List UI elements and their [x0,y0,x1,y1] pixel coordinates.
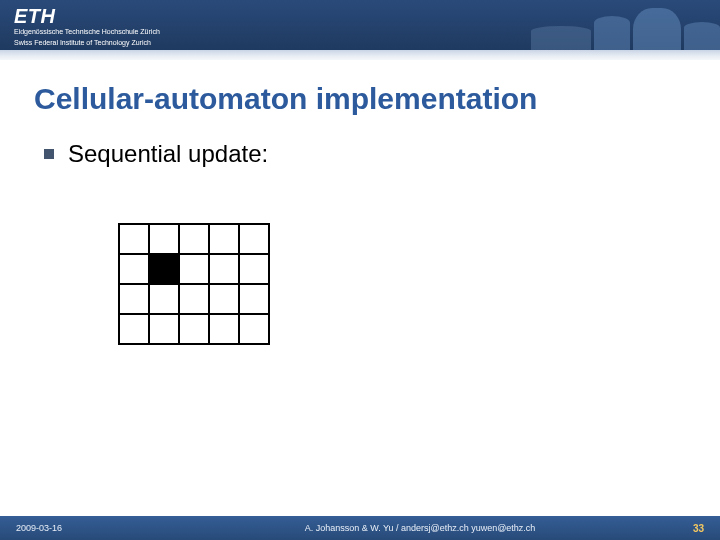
ca-cell [119,254,149,284]
ca-cell [179,284,209,314]
bullet-square-icon [44,149,54,159]
banner-strip [0,50,720,60]
ca-cell [149,224,179,254]
ca-cell [209,224,239,254]
eth-logo-text: ETH [14,6,160,26]
slide-content: Sequential update: [0,116,720,345]
ca-cell [209,314,239,344]
ca-cell [149,254,179,284]
ca-cell [239,314,269,344]
eth-subline-2: Swiss Federal Institute of Technology Zu… [14,39,160,48]
ca-cell [179,224,209,254]
footer-authors: A. Johansson & W. Yu / andersj@ethz.ch y… [196,523,644,533]
bullet-text: Sequential update: [68,140,268,168]
banner-photo [420,0,720,50]
ca-cell [149,314,179,344]
ca-cell [209,284,239,314]
header-banner: ETH Eidgenössische Technische Hochschule… [0,0,720,50]
ca-cell [179,314,209,344]
footer-page-number: 33 [644,523,704,534]
ca-cell [119,284,149,314]
bullet-item: Sequential update: [44,140,720,168]
ca-cell [239,254,269,284]
footer-date: 2009-03-16 [16,523,196,533]
ca-grid-wrap [44,168,720,345]
eth-subline-1: Eidgenössische Technische Hochschule Zür… [14,28,160,37]
slide: ETH Eidgenössische Technische Hochschule… [0,0,720,540]
ca-cell [179,254,209,284]
ca-cell [239,284,269,314]
ca-cell [209,254,239,284]
ca-cell [119,314,149,344]
ca-cell [239,224,269,254]
ca-cell [149,284,179,314]
ca-cell [119,224,149,254]
eth-logo-block: ETH Eidgenössische Technische Hochschule… [14,6,160,48]
ca-grid [118,223,270,345]
slide-title: Cellular-automaton implementation [0,60,720,116]
footer-bar: 2009-03-16 A. Johansson & W. Yu / anders… [0,516,720,540]
